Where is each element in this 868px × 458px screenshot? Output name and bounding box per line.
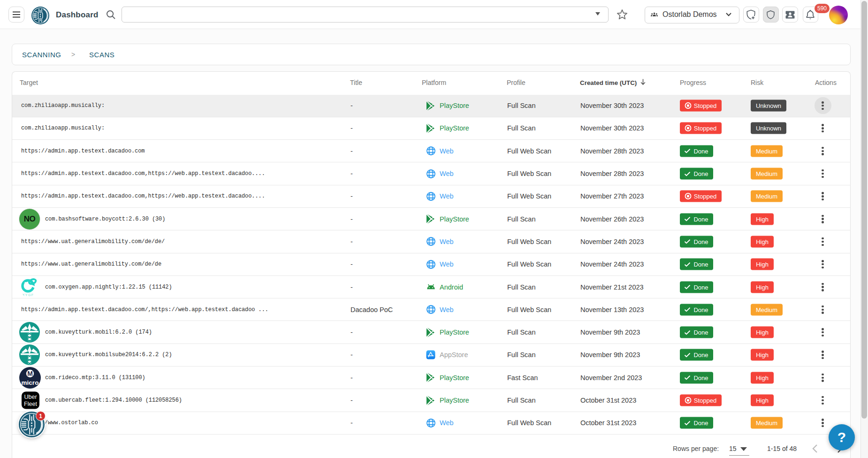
svg-text:XYGF: XYGF xyxy=(23,293,34,297)
svg-text:M: M xyxy=(27,370,33,377)
svg-text:micro: micro xyxy=(22,379,39,386)
